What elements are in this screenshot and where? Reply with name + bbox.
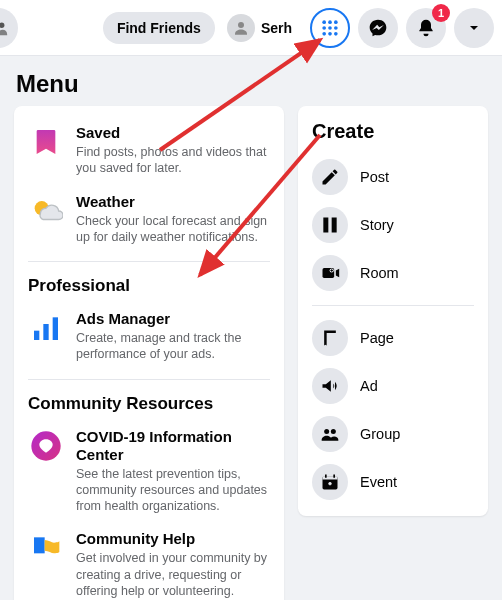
section-community: Community Resources — [28, 379, 270, 420]
find-friends-button[interactable]: Find Friends — [103, 12, 215, 44]
section-professional: Professional — [28, 261, 270, 302]
ads-manager-icon — [28, 310, 64, 346]
create-label: Ad — [360, 378, 378, 394]
event-icon — [312, 464, 348, 500]
menu-item-weather[interactable]: Weather Check your local forecast and si… — [28, 185, 270, 254]
notifications-button[interactable]: 1 — [406, 8, 446, 48]
caret-down-icon — [466, 20, 482, 36]
menu-desc: Create, manage and track the performance… — [76, 330, 270, 363]
page-title: Menu — [0, 56, 502, 106]
saved-icon — [28, 124, 64, 160]
create-room[interactable]: Room — [312, 249, 474, 297]
menu-desc: Get involved in your community by creati… — [76, 550, 270, 599]
bell-icon — [416, 18, 436, 38]
menu-item-ads-manager[interactable]: Ads Manager Create, manage and track the… — [28, 302, 270, 371]
svg-rect-13 — [34, 331, 39, 340]
menu-label: Community Help — [76, 530, 270, 548]
weather-icon — [28, 193, 64, 229]
grid-icon — [320, 18, 340, 38]
messenger-icon — [368, 18, 388, 38]
svg-point-10 — [328, 32, 332, 36]
create-label: Group — [360, 426, 400, 442]
svg-point-3 — [322, 20, 326, 24]
svg-rect-15 — [53, 317, 58, 340]
create-post[interactable]: Post — [312, 153, 474, 201]
menu-label: Weather — [76, 193, 270, 211]
group-icon — [0, 17, 9, 39]
messenger-button[interactable] — [358, 8, 398, 48]
menu-grid-button[interactable] — [310, 8, 350, 48]
svg-point-2 — [238, 22, 244, 28]
create-group[interactable]: Group — [312, 410, 474, 458]
person-icon — [232, 19, 250, 37]
menu-item-saved[interactable]: Saved Find posts, photos and videos that… — [28, 116, 270, 185]
account-dropdown-button[interactable] — [454, 8, 494, 48]
menu-desc: Find posts, photos and videos that you s… — [76, 144, 270, 177]
create-label: Room — [360, 265, 399, 281]
svg-point-20 — [324, 429, 329, 434]
create-label: Post — [360, 169, 389, 185]
create-label: Event — [360, 474, 397, 490]
post-icon — [312, 159, 348, 195]
svg-point-7 — [328, 26, 332, 30]
menu-item-community-help[interactable]: Community Help Get involved in your comm… — [28, 522, 270, 600]
create-panel: Create Post Story Room Page Ad Group — [298, 106, 488, 516]
menu-label: Ads Manager — [76, 310, 270, 328]
create-title: Create — [312, 120, 474, 143]
page-icon — [312, 320, 348, 356]
covid-icon — [28, 428, 64, 464]
svg-point-1 — [0, 23, 4, 29]
menu-panel: Saved Find posts, photos and videos that… — [14, 106, 284, 600]
menu-label: COVID-19 Information Center — [76, 428, 270, 464]
profile-name: Serh — [261, 20, 292, 36]
svg-point-9 — [322, 32, 326, 36]
svg-point-6 — [322, 26, 326, 30]
menu-label: Saved — [76, 124, 270, 142]
svg-rect-14 — [43, 324, 48, 340]
story-icon — [312, 207, 348, 243]
community-help-icon — [28, 530, 64, 566]
svg-point-11 — [334, 32, 338, 36]
top-bar: Find Friends Serh 1 — [0, 0, 502, 56]
create-label: Story — [360, 217, 394, 233]
menu-desc: See the latest prevention tips, communit… — [76, 466, 270, 515]
avatar — [227, 14, 255, 42]
profile-button[interactable]: Serh — [223, 10, 302, 46]
svg-point-8 — [334, 26, 338, 30]
svg-rect-23 — [323, 476, 338, 479]
create-page[interactable]: Page — [312, 314, 474, 362]
notification-badge: 1 — [432, 4, 450, 22]
ad-icon — [312, 368, 348, 404]
menu-item-covid[interactable]: COVID-19 Information Center See the late… — [28, 420, 270, 523]
create-event[interactable]: Event — [312, 458, 474, 506]
svg-point-21 — [331, 429, 336, 434]
create-label: Page — [360, 330, 394, 346]
create-ad[interactable]: Ad — [312, 362, 474, 410]
divider — [312, 305, 474, 306]
group-icon — [312, 416, 348, 452]
menu-desc: Check your local forecast and sign up fo… — [76, 213, 270, 246]
svg-point-4 — [328, 20, 332, 24]
svg-point-5 — [334, 20, 338, 24]
create-story[interactable]: Story — [312, 201, 474, 249]
room-icon — [312, 255, 348, 291]
